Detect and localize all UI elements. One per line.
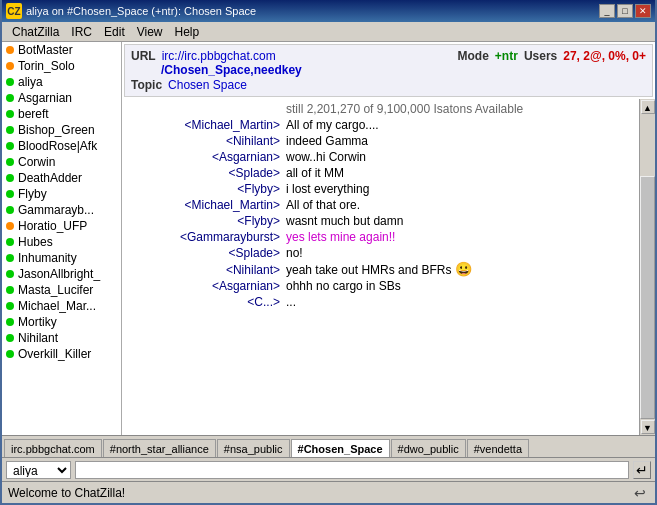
mode-value: +ntr xyxy=(495,49,518,63)
username: Hubes xyxy=(18,235,53,249)
msg-text: All of that ore. xyxy=(282,197,360,213)
user-item[interactable]: Flyby xyxy=(2,186,121,202)
user-item[interactable]: Mortiky xyxy=(2,314,121,330)
msg-nick: <Nihilant> xyxy=(122,133,282,149)
user-item[interactable]: Corwin xyxy=(2,154,121,170)
url-value[interactable]: irc://irc.pbbgchat.com xyxy=(162,49,276,63)
username: Masta_Lucifer xyxy=(18,283,93,297)
topic-label: Topic xyxy=(131,78,162,92)
title-bar: CZ aliya on #Chosen_Space (+ntr): Chosen… xyxy=(2,0,655,22)
tab-vendetta[interactable]: #vendetta xyxy=(467,439,529,457)
chat-area: URL irc://irc.pbbgchat.com Mode +ntr Use… xyxy=(122,42,655,435)
msg-nick: <Splade> xyxy=(122,245,282,261)
user-item[interactable]: Masta_Lucifer xyxy=(2,282,121,298)
url-label: URL xyxy=(131,49,156,63)
menu-irc[interactable]: IRC xyxy=(65,24,98,40)
user-status-dot xyxy=(6,286,14,294)
msg-nick: <Flyby> xyxy=(122,213,282,229)
info-panel: URL irc://irc.pbbgchat.com Mode +ntr Use… xyxy=(124,44,653,97)
username: Horatio_UFP xyxy=(18,219,87,233)
scroll-thumb[interactable] xyxy=(640,176,655,419)
username: Overkill_Killer xyxy=(18,347,91,361)
msg-text: wow..hi Corwin xyxy=(282,149,366,165)
username: BotMaster xyxy=(18,43,73,57)
message-line: <Flyby> wasnt much but damn xyxy=(122,213,639,229)
user-item[interactable]: bereft xyxy=(2,106,121,122)
chat-input[interactable] xyxy=(75,461,629,479)
username: DeathAdder xyxy=(18,171,82,185)
msg-text: all of it MM xyxy=(282,165,344,181)
user-item[interactable]: BotMaster xyxy=(2,42,121,58)
scroll-down-button[interactable]: ▼ xyxy=(641,420,655,434)
tab-chosen-space[interactable]: #Chosen_Space xyxy=(291,439,390,457)
user-item[interactable]: aliya xyxy=(2,74,121,90)
msg-text: i lost everything xyxy=(282,181,369,197)
msg-nick: <Asgarnian> xyxy=(122,149,282,165)
tab-server[interactable]: irc.pbbgchat.com xyxy=(4,439,102,457)
menu-help[interactable]: Help xyxy=(169,24,206,40)
user-item[interactable]: Horatio_UFP xyxy=(2,218,121,234)
user-item[interactable]: Hubes xyxy=(2,234,121,250)
msg-text: no! xyxy=(282,245,303,261)
user-status-dot xyxy=(6,158,14,166)
msg-nick: <Splade> xyxy=(122,165,282,181)
msg-nick: <Gammarayburst> xyxy=(122,229,282,245)
tab-dwo-public[interactable]: #dwo_public xyxy=(391,439,466,457)
close-button[interactable]: ✕ xyxy=(635,4,651,18)
window-controls: _ □ ✕ xyxy=(599,4,651,18)
username: Nihilant xyxy=(18,331,58,345)
user-item[interactable]: Torin_Solo xyxy=(2,58,121,74)
status-text: Welcome to ChatZilla! xyxy=(8,486,125,500)
message-line: <Michael_Martin> All of that ore. xyxy=(122,197,639,213)
user-item[interactable]: Asgarnian xyxy=(2,90,121,106)
username: bereft xyxy=(18,107,49,121)
user-status-dot xyxy=(6,126,14,134)
url-extra[interactable]: /Chosen_Space,needkey xyxy=(161,63,302,77)
user-item[interactable]: Inhumanity xyxy=(2,250,121,266)
msg-nick: <Flyby> xyxy=(122,181,282,197)
user-item[interactable]: Gammarayb... xyxy=(2,202,121,218)
status-bar: Welcome to ChatZilla! ↩ xyxy=(2,481,655,503)
msg-text: yeah take out HMRs and BFRs 😀 xyxy=(282,261,472,278)
msg-text: ... xyxy=(282,294,296,310)
user-status-dot xyxy=(6,110,14,118)
user-status-dot xyxy=(6,270,14,278)
tab-nsa-public[interactable]: #nsa_public xyxy=(217,439,290,457)
nick-selector[interactable]: aliya xyxy=(6,461,71,479)
msg-text: still 2,201,270 of 9,100,000 Isatons Ava… xyxy=(282,101,523,117)
tab-north-star[interactable]: #north_star_alliance xyxy=(103,439,216,457)
message-line: <Nihilant> indeed Gamma xyxy=(122,133,639,149)
user-item[interactable]: Michael_Mar... xyxy=(2,298,121,314)
menu-edit[interactable]: Edit xyxy=(98,24,131,40)
scrollbar[interactable]: ▲ ▼ xyxy=(639,99,655,435)
user-item[interactable]: Nihilant xyxy=(2,330,121,346)
user-item[interactable]: Overkill_Killer xyxy=(2,346,121,362)
topic-value: Chosen Space xyxy=(168,78,247,92)
send-button[interactable]: ↵ xyxy=(633,461,651,479)
user-item[interactable]: DeathAdder xyxy=(2,170,121,186)
user-item[interactable]: JasonAllbright_ xyxy=(2,266,121,282)
user-status-dot xyxy=(6,318,14,326)
msg-nick: <Michael_Martin> xyxy=(122,117,282,133)
msg-nick: <C...> xyxy=(122,294,282,310)
maximize-button[interactable]: □ xyxy=(617,4,633,18)
user-status-dot xyxy=(6,334,14,342)
message-line: <C...> ... xyxy=(122,294,639,310)
msg-text: wasnt much but damn xyxy=(282,213,403,229)
user-status-dot xyxy=(6,142,14,150)
user-item[interactable]: Bishop_Green xyxy=(2,122,121,138)
scroll-up-button[interactable]: ▲ xyxy=(641,100,655,114)
user-item[interactable]: BloodRose|Afk xyxy=(2,138,121,154)
msg-nick: <Nihilant> xyxy=(122,262,282,278)
msg-text: indeed Gamma xyxy=(282,133,368,149)
user-status-dot xyxy=(6,62,14,70)
message-line: <Asgarnian> ohhh no cargo in SBs xyxy=(122,278,639,294)
menu-view[interactable]: View xyxy=(131,24,169,40)
message-line: <Flyby> i lost everything xyxy=(122,181,639,197)
menu-chatzilla[interactable]: ChatZilla xyxy=(6,24,65,40)
user-status-dot xyxy=(6,190,14,198)
minimize-button[interactable]: _ xyxy=(599,4,615,18)
status-icon[interactable]: ↩ xyxy=(631,484,649,502)
username: Michael_Mar... xyxy=(18,299,96,313)
users-label: Users xyxy=(524,49,557,63)
